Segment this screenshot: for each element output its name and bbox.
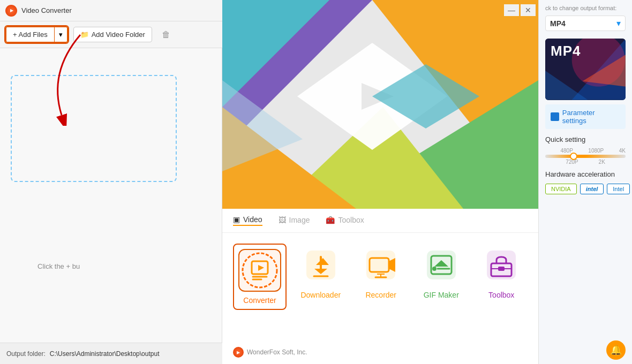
label-1080p: 1080P (588, 148, 604, 154)
quality-labels-top: 480P 1080P 4K (545, 148, 626, 154)
param-settings-icon (551, 112, 559, 121)
trash-button[interactable]: 🗑 (157, 27, 175, 43)
add-folder-button[interactable]: 📁 Add Video Folder (73, 27, 152, 42)
tab-toolbox[interactable]: 🧰 Toolbox (326, 216, 364, 225)
tab-image[interactable]: 🖼 Image (279, 216, 310, 225)
launcher-items: Converter Downloader (222, 233, 538, 321)
output-path[interactable]: C:\Users\Administrator\Desktop\output (50, 350, 160, 358)
launcher-tabs: ▣ Video 🖼 Image 🧰 Toolbox (222, 209, 538, 233)
format-select[interactable]: MP4 ▾ (545, 16, 626, 31)
launcher-item-downloader[interactable]: Downloader (295, 244, 347, 310)
output-folder-label: Output folder: (6, 350, 46, 358)
svg-point-31 (432, 267, 437, 271)
settings-panel: ck to change output format: MP4 ▾ MP4 Pa… (538, 0, 632, 364)
gif-maker-icon (420, 244, 463, 286)
click-hint: Click the + bu (37, 262, 80, 270)
intel-badge[interactable]: Intel (607, 184, 630, 194)
add-files-button[interactable]: + Add Files (6, 27, 54, 42)
svg-point-12 (243, 253, 277, 287)
converter-label: Converter (243, 296, 276, 305)
app-logo-icon (5, 5, 17, 17)
add-files-dropdown-button[interactable]: ▾ (55, 27, 67, 42)
mp4-format-label: MP4 (551, 43, 581, 59)
quality-track[interactable] (545, 155, 626, 158)
downloader-icon (299, 244, 342, 286)
mp4-thumbnail: MP4 (545, 39, 626, 100)
recorder-icon (359, 244, 402, 286)
quality-slider-container: 480P 1080P 4K 720P 2K (539, 146, 632, 167)
alarm-icon: 🔔 (610, 344, 622, 356)
app-title: Video Converter (21, 6, 217, 14)
toolbox-label: Toolbox (488, 291, 514, 299)
right-panel: ▣ Video 🖼 Image 🧰 Toolbox (222, 0, 632, 364)
converter-icon (238, 249, 281, 292)
quality-thumb[interactable] (570, 153, 577, 160)
toolbox-item-icon (480, 244, 523, 286)
format-dropdown-icon: ▾ (616, 18, 621, 28)
alarm-button[interactable]: 🔔 (606, 340, 626, 360)
launcher-item-toolbox[interactable]: Toolbox (476, 244, 528, 310)
nvidia-badge[interactable]: NVIDIA (545, 184, 577, 194)
launcher-item-gif-maker[interactable]: GIF Maker (415, 244, 468, 310)
close-button[interactable]: ✕ (521, 4, 536, 16)
chevron-down-icon: ▾ (59, 31, 63, 39)
launcher-item-converter[interactable]: Converter (233, 244, 287, 310)
param-settings-label: Parameter settings (562, 109, 620, 125)
svg-marker-14 (258, 265, 264, 271)
downloader-label: Downloader (300, 291, 341, 299)
toolbar: + Add Files ▾ 📁 Add Video Folder 🗑 (0, 21, 222, 48)
brand-text: WonderFox Soft, Inc. (247, 348, 307, 356)
gif-maker-label: GIF Maker (424, 291, 459, 299)
hw-accel-heading: Hardware acceleration (539, 167, 632, 181)
tab-image-label: Image (289, 216, 310, 224)
folder-icon: 📁 (80, 31, 89, 39)
svg-rect-36 (498, 267, 505, 271)
add-files-group[interactable]: + Add Files ▾ (5, 26, 68, 43)
toolbox-tab-icon: 🧰 (326, 216, 335, 224)
quality-labels-bottom: 720P 2K (545, 159, 626, 165)
label-2k: 2K (599, 159, 605, 165)
drop-zone[interactable] (11, 75, 177, 182)
tab-video[interactable]: ▣ Video (233, 215, 262, 226)
format-section: ck to change output format: MP4 ▾ (539, 0, 632, 35)
minimize-button[interactable]: — (504, 4, 519, 16)
video-tab-icon: ▣ (233, 215, 240, 224)
quick-setting-heading: Quick setting (539, 133, 632, 146)
tab-video-label: Video (243, 215, 262, 224)
app-launcher: ▣ Video 🖼 Image 🧰 Toolbox (222, 209, 538, 364)
parameter-settings-button[interactable]: Parameter settings (545, 104, 626, 129)
title-bar: Video Converter (0, 0, 222, 21)
intel-badge-logo[interactable]: intel (580, 184, 604, 194)
splash-svg (222, 0, 538, 209)
launcher-item-recorder[interactable]: Recorder (355, 244, 408, 310)
recorder-label: Recorder (365, 291, 396, 299)
output-bar: Output folder: C:\Users\Administrator\De… (0, 343, 222, 364)
format-hint: ck to change output format: (545, 4, 626, 12)
format-value: MP4 (550, 19, 566, 28)
hw-badges: NVIDIA intel Intel (539, 181, 632, 196)
brand-logo-icon: ▶ (233, 347, 244, 358)
label-4k: 4K (619, 148, 626, 154)
splash-background (222, 0, 538, 209)
image-tab-icon: 🖼 (279, 216, 286, 224)
settings-bottom: 🔔 (539, 336, 632, 364)
branding: ▶ WonderFox Soft, Inc. (233, 347, 307, 358)
left-panel: Video Converter + Add Files ▾ 📁 Add Vide… (0, 0, 222, 364)
tab-toolbox-label: Toolbox (338, 216, 364, 224)
window-controls: — ✕ (504, 4, 536, 16)
